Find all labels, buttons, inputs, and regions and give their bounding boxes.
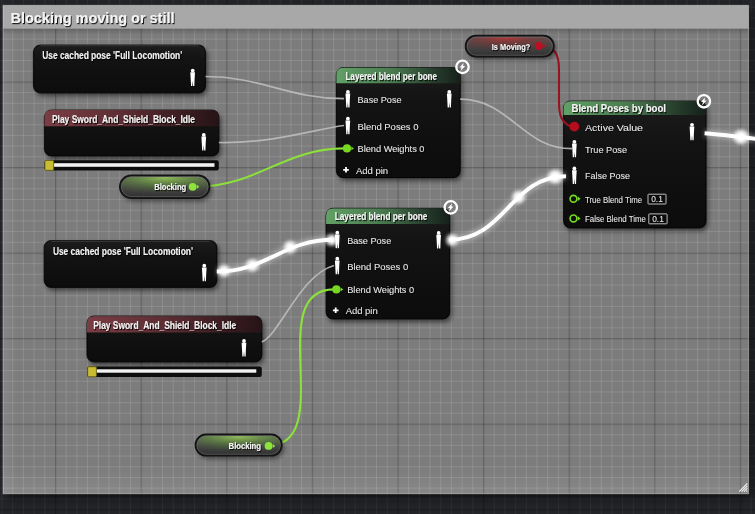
svg-text:Layered blend per bone: Layered blend per bone bbox=[335, 210, 428, 222]
svg-text:False Blend Time: False Blend Time bbox=[585, 213, 646, 224]
svg-text:Is Moving?: Is Moving? bbox=[492, 42, 531, 52]
svg-text:Add pin: Add pin bbox=[356, 165, 388, 176]
svg-text:Play Sword_And_Shield_Block_Id: Play Sword_And_Shield_Block_Idle bbox=[93, 319, 236, 331]
svg-text:True Blend Time: True Blend Time bbox=[585, 194, 642, 205]
svg-text:Active Value: Active Value bbox=[585, 122, 643, 133]
svg-text:Blend Weights 0: Blend Weights 0 bbox=[358, 143, 425, 154]
svg-text:True Pose: True Pose bbox=[585, 144, 627, 155]
svg-text:Blend Poses by bool: Blend Poses by bool bbox=[572, 102, 667, 114]
svg-text:Base Pose: Base Pose bbox=[358, 94, 402, 105]
svg-text:Blocking: Blocking bbox=[229, 441, 261, 451]
svg-text:Use cached pose 'Full Locomoti: Use cached pose 'Full Locomotion' bbox=[53, 245, 193, 257]
svg-text:0.1: 0.1 bbox=[651, 194, 663, 204]
svg-text:Blend Weights 0: Blend Weights 0 bbox=[347, 284, 414, 295]
svg-text:Add pin: Add pin bbox=[346, 305, 378, 316]
svg-text:Play Sword_And_Shield_Block_Id: Play Sword_And_Shield_Block_Idle bbox=[52, 113, 195, 125]
svg-text:Use cached pose 'Full Locomoti: Use cached pose 'Full Locomotion' bbox=[42, 49, 182, 61]
svg-text:0.1: 0.1 bbox=[652, 214, 664, 224]
svg-text:Blocking: Blocking bbox=[154, 182, 186, 192]
svg-text:Blocking moving or still: Blocking moving or still bbox=[11, 9, 175, 26]
svg-text:False Pose: False Pose bbox=[585, 170, 630, 181]
svg-text:Blend Poses 0: Blend Poses 0 bbox=[347, 261, 408, 272]
svg-text:Blend Poses 0: Blend Poses 0 bbox=[358, 121, 419, 132]
svg-text:Layered blend per bone: Layered blend per bone bbox=[345, 70, 437, 82]
svg-text:Base Pose: Base Pose bbox=[347, 235, 391, 246]
